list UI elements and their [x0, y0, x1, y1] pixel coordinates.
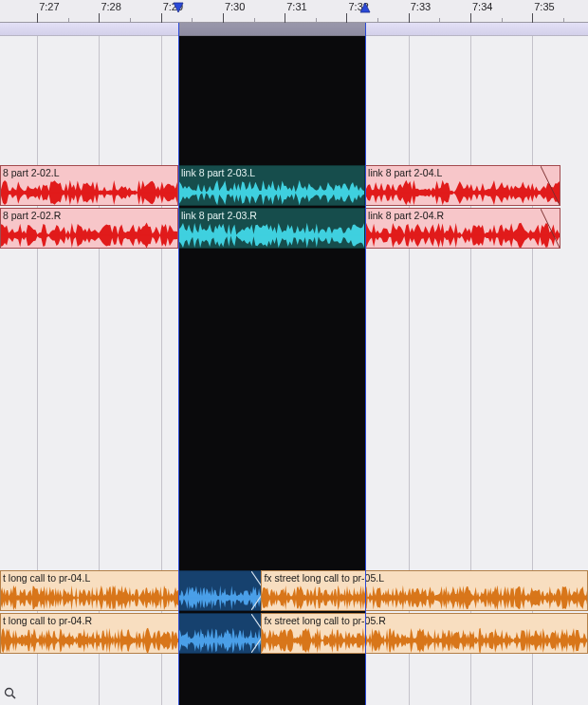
sel-start-marker-line — [178, 23, 179, 705]
clip-name-label: 8 part 2-02.L — [3, 167, 175, 178]
audio-clip[interactable]: link 8 part 2-03.R — [178, 208, 365, 249]
clip-name-label: fx street long call to pr-05.R — [264, 615, 585, 626]
clip-name-label: fx street long call to pr-05.L — [264, 572, 585, 584]
sel-start-marker[interactable] — [173, 0, 184, 19]
clip-name-label: link 8 part 2-04.R — [368, 210, 558, 221]
ruler-rowstrip — [0, 23, 588, 36]
sel-end-marker-line — [365, 23, 366, 705]
ruler-label: 7:27 — [39, 1, 59, 12]
ruler-label: 7:31 — [286, 1, 306, 12]
audio-clip[interactable]: link 8 part 2-04.R — [365, 208, 560, 249]
svg-line-9 — [541, 209, 560, 248]
waveform — [179, 178, 364, 205]
clip-name-label: link 8 part 2-03.L — [181, 167, 362, 178]
svg-marker-1 — [360, 3, 370, 12]
clip-name-label: 8 part 2-02.R — [3, 210, 175, 221]
svg-line-21 — [12, 696, 16, 699]
waveform — [262, 584, 587, 610]
svg-marker-0 — [174, 3, 183, 12]
fade-out-handle[interactable] — [541, 209, 560, 248]
ruler-label: 7:33 — [411, 1, 431, 12]
svg-point-20 — [6, 689, 13, 696]
waveform — [179, 221, 364, 248]
fade-out-handle[interactable] — [541, 166, 560, 205]
audio-clip[interactable]: link 8 part 2-04.L — [365, 165, 560, 206]
clip-name-label: link 8 part 2-04.L — [368, 167, 558, 178]
audio-clip[interactable]: link 8 part 2-03.L — [178, 165, 365, 206]
waveform — [262, 626, 587, 653]
waveform — [366, 178, 560, 205]
audio-clip[interactable]: fx street long call to pr-05.L — [261, 570, 588, 611]
waveform — [1, 221, 177, 248]
audio-clip[interactable]: 8 part 2-02.L — [0, 165, 178, 206]
ruler-label: 7:28 — [101, 1, 120, 12]
waveform — [1, 178, 177, 205]
sel-end-marker[interactable] — [359, 0, 371, 19]
rowstrip-selection-shade — [178, 23, 365, 36]
daw-arrange-window: 7:277:287:297:307:317:327:337:347:35 8 p… — [0, 0, 588, 705]
timeline-ruler[interactable]: 7:277:287:297:307:317:327:337:347:35 — [0, 0, 588, 23]
arrange-area[interactable]: 8 part 2-02.Llink 8 part 2-03.Llink 8 pa… — [0, 23, 588, 705]
ruler-label: 7:30 — [225, 1, 245, 12]
svg-line-5 — [541, 166, 560, 205]
ruler-label: 7:34 — [472, 1, 492, 12]
zoom-icon[interactable] — [4, 687, 17, 703]
ruler-label: 7:35 — [534, 1, 554, 12]
clip-name-label: link 8 part 2-03.R — [181, 210, 362, 221]
audio-clip[interactable]: 8 part 2-02.R — [0, 208, 178, 249]
audio-clip[interactable]: fx street long call to pr-05.R — [261, 613, 588, 654]
waveform — [366, 221, 560, 248]
